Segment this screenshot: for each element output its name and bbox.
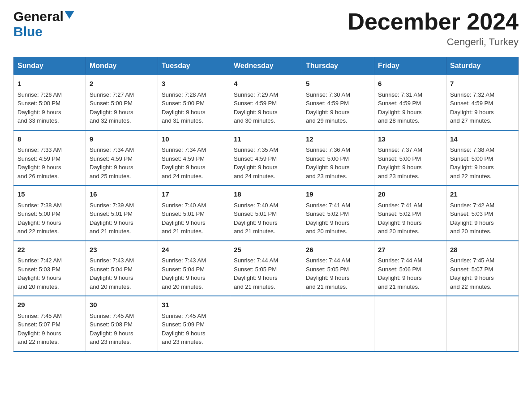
month-title: December 2024	[348, 9, 519, 34]
calendar-cell: 14 Sunrise: 7:38 AMSunset: 5:00 PMDaylig…	[446, 130, 519, 186]
calendar-cell: 29 Sunrise: 7:45 AMSunset: 5:07 PMDaylig…	[14, 296, 86, 351]
header-row: Sunday Monday Tuesday Wednesday Thursday…	[14, 57, 519, 75]
calendar-week-3: 15 Sunrise: 7:38 AMSunset: 5:00 PMDaylig…	[14, 185, 519, 241]
col-wednesday: Wednesday	[230, 57, 302, 75]
calendar-cell: 26 Sunrise: 7:44 AMSunset: 5:05 PMDaylig…	[302, 241, 374, 296]
calendar-cell: 20 Sunrise: 7:41 AMSunset: 5:02 PMDaylig…	[374, 185, 446, 241]
day-info: Sunrise: 7:30 AMSunset: 4:59 PMDaylight:…	[306, 90, 370, 125]
day-number: 16	[90, 189, 154, 200]
col-monday: Monday	[86, 57, 158, 75]
day-number: 13	[378, 134, 442, 145]
day-info: Sunrise: 7:39 AMSunset: 5:01 PMDaylight:…	[90, 201, 154, 236]
calendar-cell: 30 Sunrise: 7:45 AMSunset: 5:08 PMDaylig…	[86, 296, 158, 351]
calendar-cell	[446, 296, 519, 351]
calendar-week-1: 1 Sunrise: 7:26 AMSunset: 5:00 PMDayligh…	[14, 75, 519, 130]
day-number: 29	[17, 300, 82, 310]
day-number: 10	[162, 134, 226, 145]
col-friday: Friday	[374, 57, 446, 75]
day-number: 21	[450, 189, 515, 200]
day-info: Sunrise: 7:45 AMSunset: 5:07 PMDaylight:…	[17, 312, 82, 347]
day-number: 17	[162, 189, 226, 200]
calendar-week-4: 22 Sunrise: 7:42 AMSunset: 5:03 PMDaylig…	[14, 241, 519, 296]
calendar-body: 1 Sunrise: 7:26 AMSunset: 5:00 PMDayligh…	[14, 75, 519, 351]
calendar-cell: 15 Sunrise: 7:38 AMSunset: 5:00 PMDaylig…	[14, 185, 86, 241]
col-saturday: Saturday	[446, 57, 519, 75]
day-number: 7	[450, 79, 515, 89]
day-number: 4	[234, 79, 298, 89]
day-number: 19	[306, 189, 370, 200]
day-number: 23	[90, 245, 154, 255]
calendar-cell: 21 Sunrise: 7:42 AMSunset: 5:03 PMDaylig…	[446, 185, 519, 241]
day-number: 30	[90, 300, 154, 310]
col-tuesday: Tuesday	[158, 57, 230, 75]
calendar-cell: 31 Sunrise: 7:45 AMSunset: 5:09 PMDaylig…	[158, 296, 230, 351]
day-info: Sunrise: 7:34 AMSunset: 4:59 PMDaylight:…	[90, 146, 154, 180]
day-info: Sunrise: 7:35 AMSunset: 4:59 PMDaylight:…	[234, 146, 298, 180]
calendar-cell: 25 Sunrise: 7:44 AMSunset: 5:05 PMDaylig…	[230, 241, 302, 296]
day-info: Sunrise: 7:28 AMSunset: 5:00 PMDaylight:…	[162, 90, 226, 125]
calendar-table: Sunday Monday Tuesday Wednesday Thursday…	[13, 57, 519, 352]
day-info: Sunrise: 7:40 AMSunset: 5:01 PMDaylight:…	[162, 201, 226, 236]
calendar-cell: 27 Sunrise: 7:44 AMSunset: 5:06 PMDaylig…	[374, 241, 446, 296]
day-info: Sunrise: 7:41 AMSunset: 5:02 PMDaylight:…	[378, 201, 442, 236]
calendar-cell: 28 Sunrise: 7:45 AMSunset: 5:07 PMDaylig…	[446, 241, 519, 296]
calendar-cell	[230, 296, 302, 351]
logo: General Blue	[13, 9, 74, 39]
calendar-cell: 4 Sunrise: 7:29 AMSunset: 4:59 PMDayligh…	[230, 75, 302, 130]
day-info: Sunrise: 7:45 AMSunset: 5:07 PMDaylight:…	[450, 256, 515, 291]
day-info: Sunrise: 7:43 AMSunset: 5:04 PMDaylight:…	[162, 256, 226, 291]
calendar-cell: 18 Sunrise: 7:40 AMSunset: 5:01 PMDaylig…	[230, 185, 302, 241]
calendar-cell: 13 Sunrise: 7:37 AMSunset: 5:00 PMDaylig…	[374, 130, 446, 186]
day-number: 22	[17, 245, 82, 255]
day-info: Sunrise: 7:43 AMSunset: 5:04 PMDaylight:…	[90, 256, 154, 291]
day-number: 3	[162, 79, 226, 89]
day-info: Sunrise: 7:31 AMSunset: 4:59 PMDaylight:…	[378, 90, 442, 125]
day-number: 1	[17, 79, 82, 89]
calendar-cell: 10 Sunrise: 7:34 AMSunset: 4:59 PMDaylig…	[158, 130, 230, 186]
calendar-header: Sunday Monday Tuesday Wednesday Thursday…	[14, 57, 519, 75]
day-info: Sunrise: 7:26 AMSunset: 5:00 PMDaylight:…	[17, 90, 82, 125]
calendar-cell: 2 Sunrise: 7:27 AMSunset: 5:00 PMDayligh…	[86, 75, 158, 130]
calendar-cell	[374, 296, 446, 351]
calendar-cell: 5 Sunrise: 7:30 AMSunset: 4:59 PMDayligh…	[302, 75, 374, 130]
calendar-cell: 9 Sunrise: 7:34 AMSunset: 4:59 PMDayligh…	[86, 130, 158, 186]
calendar-cell: 7 Sunrise: 7:32 AMSunset: 4:59 PMDayligh…	[446, 75, 519, 130]
day-info: Sunrise: 7:42 AMSunset: 5:03 PMDaylight:…	[450, 201, 515, 236]
day-number: 6	[378, 79, 442, 89]
day-info: Sunrise: 7:44 AMSunset: 5:06 PMDaylight:…	[378, 256, 442, 291]
day-number: 27	[378, 245, 442, 255]
calendar-cell: 23 Sunrise: 7:43 AMSunset: 5:04 PMDaylig…	[86, 241, 158, 296]
day-info: Sunrise: 7:44 AMSunset: 5:05 PMDaylight:…	[234, 256, 298, 291]
col-sunday: Sunday	[14, 57, 86, 75]
calendar-week-2: 8 Sunrise: 7:33 AMSunset: 4:59 PMDayligh…	[14, 130, 519, 186]
calendar-cell: 16 Sunrise: 7:39 AMSunset: 5:01 PMDaylig…	[86, 185, 158, 241]
day-info: Sunrise: 7:27 AMSunset: 5:00 PMDaylight:…	[90, 90, 154, 125]
calendar-cell	[302, 296, 374, 351]
day-number: 31	[162, 300, 226, 310]
calendar-cell: 8 Sunrise: 7:33 AMSunset: 4:59 PMDayligh…	[14, 130, 86, 186]
calendar-cell: 1 Sunrise: 7:26 AMSunset: 5:00 PMDayligh…	[14, 75, 86, 130]
day-info: Sunrise: 7:45 AMSunset: 5:09 PMDaylight:…	[162, 312, 226, 347]
day-info: Sunrise: 7:44 AMSunset: 5:05 PMDaylight:…	[306, 256, 370, 291]
day-number: 14	[450, 134, 515, 145]
calendar-cell: 19 Sunrise: 7:41 AMSunset: 5:02 PMDaylig…	[302, 185, 374, 241]
day-number: 25	[234, 245, 298, 255]
day-number: 20	[378, 189, 442, 200]
calendar-cell: 22 Sunrise: 7:42 AMSunset: 5:03 PMDaylig…	[14, 241, 86, 296]
logo-blue-text: Blue	[13, 24, 43, 39]
location: Cengerli, Turkey	[348, 36, 519, 48]
day-info: Sunrise: 7:45 AMSunset: 5:08 PMDaylight:…	[90, 312, 154, 347]
day-info: Sunrise: 7:37 AMSunset: 5:00 PMDaylight:…	[378, 146, 442, 180]
calendar-week-5: 29 Sunrise: 7:45 AMSunset: 5:07 PMDaylig…	[14, 296, 519, 351]
title-block: December 2024 Cengerli, Turkey	[348, 9, 519, 48]
day-number: 11	[234, 134, 298, 145]
svg-marker-0	[64, 11, 74, 19]
day-number: 5	[306, 79, 370, 89]
day-number: 15	[17, 189, 82, 200]
day-number: 8	[17, 134, 82, 145]
day-info: Sunrise: 7:41 AMSunset: 5:02 PMDaylight:…	[306, 201, 370, 236]
calendar-cell: 11 Sunrise: 7:35 AMSunset: 4:59 PMDaylig…	[230, 130, 302, 186]
col-thursday: Thursday	[302, 57, 374, 75]
day-number: 9	[90, 134, 154, 145]
calendar-cell: 24 Sunrise: 7:43 AMSunset: 5:04 PMDaylig…	[158, 241, 230, 296]
